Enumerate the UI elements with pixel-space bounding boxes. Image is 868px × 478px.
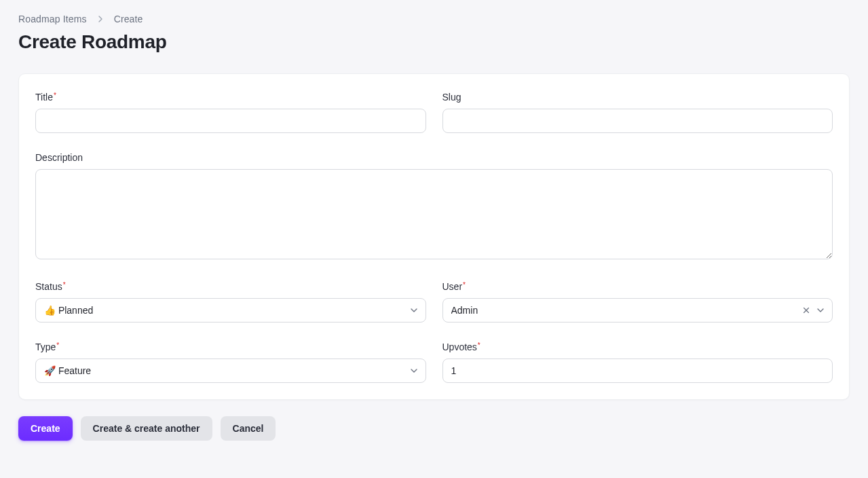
title-label-text: Title	[35, 92, 53, 103]
user-label-text: User	[442, 281, 463, 292]
description-label: Description	[35, 152, 833, 163]
user-label: User *	[442, 281, 833, 292]
type-label-text: Type	[35, 342, 56, 352]
required-marker: *	[463, 282, 466, 289]
required-marker: *	[63, 282, 66, 289]
upvotes-label: Upvotes *	[442, 342, 833, 352]
page-title: Create Roadmap	[18, 31, 850, 53]
breadcrumb: Roadmap Items Create	[18, 14, 850, 24]
description-input[interactable]	[35, 169, 833, 259]
description-field-group: Description	[35, 152, 833, 262]
required-marker: *	[54, 92, 56, 99]
type-select[interactable]	[35, 358, 426, 383]
title-field-group: Title *	[35, 92, 426, 133]
status-select[interactable]	[35, 298, 426, 323]
required-marker: *	[56, 342, 59, 349]
chevron-right-icon	[95, 14, 106, 24]
user-select[interactable]	[442, 298, 833, 323]
slug-field-group: Slug	[442, 92, 833, 133]
upvotes-input[interactable]	[442, 358, 833, 383]
title-input[interactable]	[35, 109, 426, 133]
status-field-group: Status *	[35, 281, 426, 323]
type-field-group: Type *	[35, 342, 426, 383]
create-button[interactable]: Create	[18, 416, 73, 441]
status-label-text: Status	[35, 281, 62, 292]
slug-label: Slug	[442, 92, 833, 103]
type-label: Type *	[35, 342, 426, 352]
form-actions: Create Create & create another Cancel	[18, 416, 850, 441]
description-label-text: Description	[35, 152, 83, 163]
slug-label-text: Slug	[442, 92, 461, 103]
user-field-group: User *	[442, 281, 833, 323]
upvotes-field-group: Upvotes *	[442, 342, 833, 383]
slug-input[interactable]	[442, 109, 833, 133]
breadcrumb-root[interactable]: Roadmap Items	[18, 14, 87, 24]
status-label: Status *	[35, 281, 426, 292]
cancel-button[interactable]: Cancel	[221, 416, 276, 441]
clear-icon[interactable]	[801, 306, 811, 315]
breadcrumb-current: Create	[114, 14, 143, 24]
create-another-button[interactable]: Create & create another	[81, 416, 212, 441]
upvotes-label-text: Upvotes	[442, 342, 477, 352]
form-card: Title * Slug Description	[18, 73, 850, 400]
required-marker: *	[478, 342, 480, 349]
title-label: Title *	[35, 92, 426, 103]
